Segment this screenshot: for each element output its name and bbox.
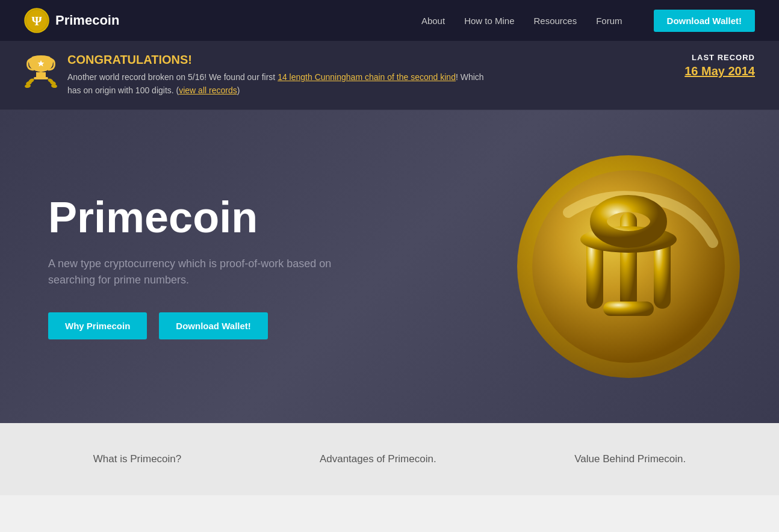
hero-title: Primecoin bbox=[48, 194, 409, 241]
svg-rect-20 bbox=[603, 302, 654, 316]
why-primecoin-button[interactable]: Why Primecoin bbox=[48, 312, 147, 339]
navbar-links: About How to Mine Resources Forum Downlo… bbox=[421, 10, 755, 32]
navbar: Ψ Primecoin About How to Mine Resources … bbox=[0, 0, 779, 41]
congrats-banner: CONGRATULATIONS! Another world record br… bbox=[0, 41, 779, 110]
nav-forum[interactable]: Forum bbox=[596, 16, 622, 26]
brand-logo-icon: Ψ bbox=[24, 8, 49, 33]
svg-text:Ψ: Ψ bbox=[31, 13, 42, 28]
bottom-item-0: What is Primecoin? bbox=[93, 453, 181, 465]
hero-content: Primecoin A new type cryptocurrency whic… bbox=[48, 194, 409, 339]
last-record-label: LAST RECORD bbox=[665, 53, 755, 62]
hero-section: Primecoin A new type cryptocurrency whic… bbox=[0, 110, 779, 423]
primecoin-coin-graphic bbox=[514, 152, 743, 381]
bottom-item-2: Value Behind Primecoin. bbox=[574, 453, 686, 465]
hero-subtitle: A new type cryptocurrency which is proof… bbox=[48, 256, 337, 288]
congrats-records-link[interactable]: view all records bbox=[179, 85, 237, 95]
bottom-item-1: Advantages of Primecoin. bbox=[320, 453, 436, 465]
trophy-icon bbox=[24, 53, 58, 94]
nav-about[interactable]: About bbox=[421, 16, 445, 26]
congrats-text: CONGRATULATIONS! Another world record br… bbox=[67, 53, 489, 97]
congrats-chain-link[interactable]: 14 length Cunningham chain of the second… bbox=[278, 72, 456, 82]
congrats-body: Another world record broken on 5/16! We … bbox=[67, 70, 489, 97]
brand-name: Primecoin bbox=[55, 13, 119, 28]
hero-buttons: Why Primecoin Download Wallet! bbox=[48, 312, 409, 339]
bottom-section: What is Primecoin? Advantages of Primeco… bbox=[0, 423, 779, 495]
nav-resources[interactable]: Resources bbox=[534, 16, 577, 26]
svg-rect-5 bbox=[34, 77, 48, 79]
nav-download-button[interactable]: Download Wallet! bbox=[654, 10, 755, 32]
brand: Ψ Primecoin bbox=[24, 8, 421, 33]
congrats-text-part3: ) bbox=[237, 85, 240, 95]
svg-rect-4 bbox=[36, 72, 46, 77]
last-record: LAST RECORD 16 May 2014 bbox=[665, 53, 755, 78]
last-record-date[interactable]: 16 May 2014 bbox=[665, 64, 755, 78]
congrats-left: CONGRATULATIONS! Another world record br… bbox=[24, 53, 665, 97]
congrats-text-part1: Another world record broken on 5/16! We … bbox=[67, 72, 278, 82]
nav-how-to-mine[interactable]: How to Mine bbox=[464, 16, 514, 26]
trophy-svg bbox=[24, 53, 58, 89]
congrats-heading: CONGRATULATIONS! bbox=[67, 53, 489, 67]
hero-download-button[interactable]: Download Wallet! bbox=[159, 312, 267, 339]
